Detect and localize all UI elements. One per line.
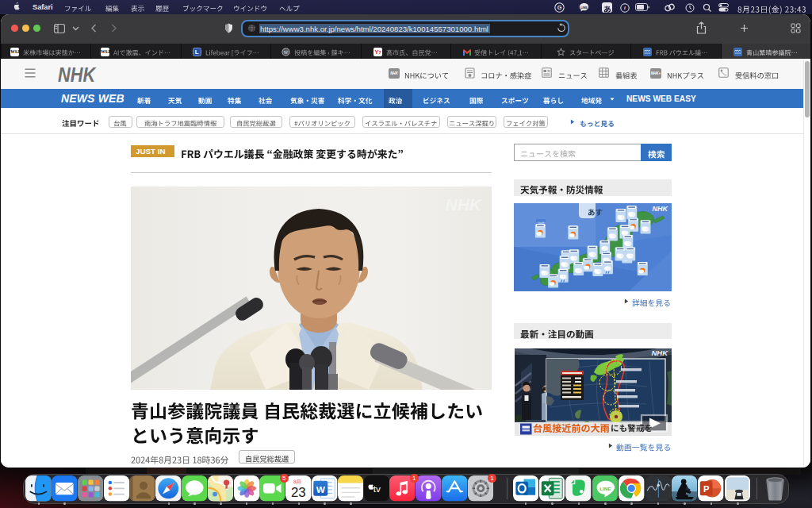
svg-text:P: P [703, 485, 710, 495]
svg-text:W: W [283, 49, 288, 54]
svg-text:LINE: LINE [580, 6, 588, 10]
svg-text:LINE: LINE [599, 486, 611, 491]
svg-text:NHK: NHK [446, 195, 483, 214]
svg-text:NHK: NHK [651, 348, 668, 357]
svg-text:tv: tv [373, 484, 380, 495]
svg-text:23: 23 [291, 485, 306, 500]
svg-text:i: i [624, 5, 626, 10]
svg-text:W: W [316, 484, 326, 495]
svg-text:G: G [557, 4, 562, 11]
